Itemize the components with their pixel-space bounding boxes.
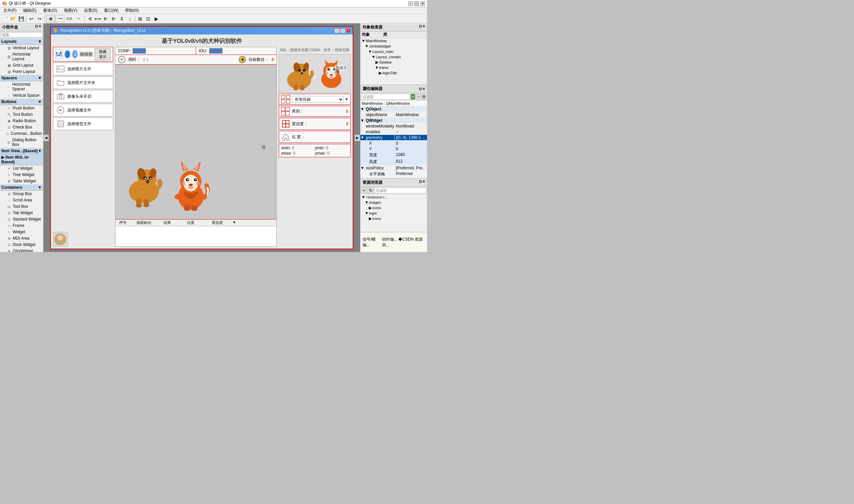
tree-sidebar[interactable]: ▶ Sidebar — [360, 59, 427, 65]
iou-slider[interactable] — [209, 48, 222, 54]
prop-config-btn[interactable]: ⚙ — [422, 94, 426, 100]
menu-help[interactable]: 帮助(H) — [123, 7, 141, 14]
widget-vertical-layout[interactable]: ▤ Vertical Layout — [0, 45, 43, 51]
resource-filter-input[interactable] — [375, 187, 426, 194]
tree-central-widget[interactable]: ▼ centralwidget — [360, 43, 427, 49]
scroll-right-arrow[interactable]: ▶ — [355, 134, 360, 141]
props-close-btn[interactable]: ✕ — [422, 87, 425, 91]
minimize-button[interactable]: − — [408, 1, 413, 6]
tb-signal-slot[interactable]: ⟶ — [56, 15, 64, 22]
widget-horizontal-layout[interactable]: ▥ Horizontal Layout — [0, 51, 43, 62]
inspector-close-btn[interactable]: ✕ — [422, 24, 425, 30]
menu-form[interactable]: 窗体(O) — [41, 7, 59, 14]
tb-preview[interactable]: ▶ — [152, 15, 160, 22]
select-model-btn[interactable]: 选择模型文件 — [53, 118, 113, 130]
widget-box-close[interactable]: ✕ — [38, 24, 41, 30]
widget-frame[interactable]: ▭ Frame — [0, 222, 43, 229]
app-toolbar-icon3[interactable]: ℹ — [72, 50, 78, 58]
expand-frame[interactable]: ▼ — [375, 65, 379, 70]
menu-file[interactable]: 文件(F) — [1, 7, 18, 14]
tb-redo[interactable]: ↪ — [36, 15, 43, 22]
tb-tab-order[interactable]: ①② — [65, 15, 74, 22]
widget-mdi-area[interactable]: ⊞ MDI Area — [0, 235, 43, 241]
tree-layout-main[interactable]: ▼ Layout_main — [360, 49, 427, 54]
tree-main-window[interactable]: ▼ MainWindow — [360, 38, 427, 43]
widget-check-box[interactable]: ☑ Check Box — [0, 124, 43, 130]
tree-resource-icons2[interactable]: ▶ icons — [360, 216, 427, 221]
tree-resource-icons1[interactable]: ▶ icons — [360, 205, 427, 211]
tree-resource-root[interactable]: ▼ <resource r... — [360, 195, 427, 200]
tree-frame[interactable]: ▼ frame — [360, 65, 427, 70]
tb-new[interactable]: 📄 — [1, 15, 9, 22]
widget-command-button[interactable]: ▷ Comman...Button — [0, 130, 43, 137]
widget-tab-widget[interactable]: ⊡ Tab Widget — [0, 210, 43, 216]
expand-central-widget[interactable]: ▼ — [365, 44, 368, 49]
tb-undo[interactable]: ↩ — [28, 15, 35, 22]
expand-resource-images[interactable]: ▼ — [365, 200, 368, 205]
app-toolbar-icon1[interactable] — [55, 50, 62, 59]
prop-geometry[interactable]: ▼ geometry [(0, 0), 1280 x ... — [360, 135, 427, 141]
resource-edit-btn[interactable]: ✏ — [361, 187, 367, 194]
expand-resource-login[interactable]: ▼ — [365, 211, 368, 216]
category-layouts[interactable]: Layouts▼ — [0, 38, 43, 45]
tree-layout-contain[interactable]: ▼ Layout_contain — [360, 54, 427, 59]
prop-filter-input[interactable] — [361, 94, 410, 100]
category-item-views[interactable]: Item View...(Based)▼ — [0, 148, 43, 154]
expand-main-window[interactable]: ▼ — [362, 38, 365, 43]
inspector-float-btn[interactable]: ⊡ — [419, 24, 422, 30]
widget-widget[interactable]: □ Widget — [0, 229, 43, 235]
menu-view[interactable]: 视图(V) — [62, 7, 79, 14]
widget-dock-widget[interactable]: ⊡ Dock Widget — [0, 241, 43, 248]
all-targets-select[interactable]: 所有目标 — [292, 96, 344, 103]
prop-add-btn[interactable]: + — [411, 94, 415, 100]
tb-align-top[interactable]: ⫸ — [110, 15, 117, 22]
expand-layout-main[interactable]: ▼ — [368, 49, 372, 54]
widget-list-widget[interactable]: ≡ List Widget — [0, 165, 43, 172]
tb-align-left[interactable]: ⫷ — [86, 15, 93, 22]
widget-vertical-spacer[interactable]: ↕ Vertical Spacer — [0, 92, 43, 99]
tree-login-title[interactable]: ▶ loginTitle — [360, 70, 427, 76]
expand-resource-icons1[interactable]: ▶ — [368, 205, 372, 210]
widget-scroll-area[interactable]: ↕ Scroll Area — [0, 197, 43, 203]
app-minimize[interactable]: − — [335, 29, 339, 33]
widget-dialog-button-box[interactable]: ⊡ Dialog Button Box — [0, 137, 43, 148]
app-restore[interactable]: □ — [340, 29, 345, 33]
app-toolbar-icon2[interactable]: 👤 — [65, 50, 70, 58]
widget-radio-button[interactable]: ◉ Radio Button — [0, 118, 43, 124]
tb-break-layout[interactable]: ⊞ — [137, 15, 144, 22]
hide-show-button[interactable]: 隐藏显示 — [95, 48, 111, 60]
widget-box-float[interactable]: ⊡ — [35, 24, 38, 30]
menu-settings[interactable]: 设置(S) — [82, 7, 99, 14]
menu-edit[interactable]: 编辑(E) — [21, 7, 38, 14]
tb-align-center-h[interactable]: ⟺ — [94, 15, 102, 22]
select-image-btn[interactable]: 选择图片文件 — [53, 62, 113, 75]
category-item-widgets[interactable]: ▶ Item Wid..m-Based) — [0, 154, 43, 165]
select-video-btn[interactable]: 选择视频文件 — [53, 104, 113, 116]
tb-adjust-size[interactable]: ⊡ — [145, 15, 152, 22]
tb-save[interactable]: 💾 — [17, 15, 25, 22]
category-spacers[interactable]: Spacers▼ — [0, 75, 43, 81]
tb-widget-editor[interactable]: ▦ — [46, 15, 55, 22]
select-folder-btn[interactable]: 选择图片文件夹 — [53, 76, 113, 89]
widget-tool-button[interactable]: 🔧 Tool Button — [0, 111, 43, 118]
tree-resource-login[interactable]: ▼ login — [360, 211, 427, 216]
widget-group-box[interactable]: ⊟ Group Box — [0, 191, 43, 197]
tb-align-center-v[interactable]: ⇕ — [118, 15, 126, 22]
menu-window[interactable]: 窗口(W) — [102, 7, 121, 14]
close-button[interactable]: ✕ — [420, 1, 425, 6]
tb-open[interactable]: 📂 — [10, 15, 17, 22]
prop-remove-btn[interactable]: − — [416, 94, 421, 100]
tree-resource-images[interactable]: ▼ images — [360, 200, 427, 205]
tb-align-right[interactable]: ⫸ — [102, 15, 109, 22]
widget-tool-box[interactable]: 🗂 Tool Box — [0, 203, 43, 210]
widget-tree-widget[interactable]: ⊢ Tree Widget — [0, 172, 43, 178]
camera-btn[interactable]: 摄像头未开启 — [53, 90, 113, 103]
expand-sidebar[interactable]: ▶ — [375, 60, 379, 65]
props-float-btn[interactable]: ⊡ — [419, 87, 422, 91]
widget-form-layout[interactable]: ▧ Form Layout — [0, 69, 43, 75]
widget-horizontal-spacer[interactable]: ↔ Horizontal Spacer — [0, 81, 43, 92]
widget-search-input[interactable] — [1, 32, 42, 37]
app-close[interactable]: ✕ — [346, 29, 351, 33]
expand-layout-contain[interactable]: ▼ — [372, 55, 375, 59]
widget-table-widget[interactable]: ⊞ Table Widget — [0, 178, 43, 184]
